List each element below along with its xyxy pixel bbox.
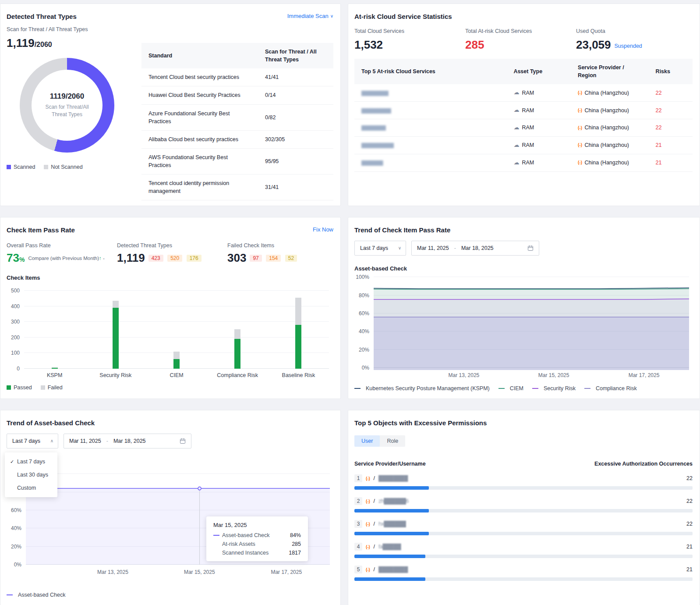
line-y-axis: 0%20%40%60%80%100% — [356, 277, 374, 368]
redacted-username[interactable]: ████████ — [378, 475, 408, 481]
suspended-link[interactable]: Suspended — [615, 43, 642, 50]
occurrence-bar-fill — [354, 532, 429, 535]
provider-icon: (-) — [578, 89, 582, 96]
range-separator: - — [454, 245, 456, 251]
y-tick-label: 0% — [362, 365, 369, 371]
x-tick-label: Mar 15, 2025 — [538, 372, 569, 378]
panel-title: Top 5 Objects with Excessive Permissions — [354, 419, 487, 427]
tooltip-date: Mar 15, 2025 — [213, 522, 301, 528]
legend-item: Compliance Risk — [584, 385, 637, 391]
bar-segment-passed — [234, 339, 240, 369]
y-tick-label: 100 — [11, 350, 20, 356]
occurrence-bar — [354, 532, 693, 535]
bar-segment-passed — [52, 368, 58, 369]
date-range-preset-select[interactable]: Last 7 days ∨ — [354, 241, 406, 256]
col-provider-region: Service Provider / Region — [571, 59, 649, 84]
donut-center-value: 1119/2060 — [50, 92, 84, 101]
not-scanned-swatch-icon — [44, 165, 48, 169]
pass-rate-stats: Overall Pass Rate 73% Compare (with Prev… — [7, 242, 333, 265]
high-severity-badge: 423 — [148, 255, 163, 262]
table-row: Tencent cloud identity permission manage… — [141, 174, 333, 200]
redacted-username[interactable]: hx██████ — [378, 521, 406, 527]
date-from: Mar 11, 2025 — [417, 245, 449, 251]
redacted-service-name[interactable]: ████████████ — [361, 143, 393, 148]
bar-legend: PassedFailed — [7, 384, 333, 391]
tab-role[interactable]: Role — [380, 435, 405, 447]
cloud-icon: ☁ — [513, 106, 519, 114]
y-tick-label: 0% — [14, 562, 21, 568]
risk-count: 22 — [649, 119, 693, 136]
compare-previous-month: Compare (with Previous Month)↑ - — [28, 256, 105, 261]
date-range-preset-select-open[interactable]: Last 7 days ∧ — [7, 434, 58, 448]
date-range-picker[interactable]: Mar 11, 2025 - Mar 18, 2025 — [64, 434, 191, 448]
tooltip-row: Scanned Instances 1817 — [213, 550, 301, 556]
redacted-service-name[interactable]: ████████ — [361, 160, 383, 165]
panel-check-item-pass-rate: Check Item Pass Rate Fix Now Overall Pas… — [0, 217, 341, 399]
panel-title: At-risk Cloud Service Statistics — [354, 13, 452, 20]
bar-segment-failed — [113, 301, 119, 308]
bar-segment-failed — [295, 298, 301, 325]
redacted-username[interactable]: ████████ — [378, 566, 408, 573]
y-tick-label: 60% — [11, 507, 21, 513]
redacted-service-name[interactable]: ███████████ — [361, 108, 391, 113]
panel-at-risk-cloud-services: At-risk Cloud Service Statistics Total C… — [348, 4, 700, 206]
legend-item: Failed — [41, 384, 63, 391]
immediate-scan-link[interactable]: Immediate Scan ∨ — [287, 13, 333, 19]
col-asset-type: Asset Type — [506, 63, 571, 80]
dropdown-option-last-30-days[interactable]: Last 30 days — [5, 468, 57, 481]
next-page-icon[interactable]: › — [331, 206, 333, 206]
standards-table: Standard Scan for Threat / All Threat Ty… — [141, 43, 333, 206]
table-row: Tencent Cloud best security practices 41… — [141, 68, 333, 86]
provider-icon: (-) — [578, 142, 582, 149]
permission-row: 4 (-) / fa█████ 21 — [354, 543, 693, 558]
panel-title: Check Item Pass Rate — [7, 226, 75, 234]
provider-icon: (-) — [578, 125, 582, 132]
category-label: KSPM — [24, 372, 85, 378]
table-row: ███████████ ☁RAM (-)China (Hangzhou) 22 — [354, 102, 693, 119]
date-range-picker[interactable]: Mar 11, 2025 - Mar 18, 2025 — [411, 241, 539, 256]
chart-tooltip: Mar 15, 2025 Asset-based Check 84% At-ri… — [206, 516, 308, 561]
redacted-username[interactable]: fa█████ — [378, 544, 401, 550]
redacted-service-name[interactable]: █████████ — [361, 125, 385, 130]
category-label: CIEM — [146, 372, 207, 378]
cloud-icon: ☁ — [513, 141, 519, 149]
provider-icon: (-) — [366, 476, 370, 481]
panel-title: Trend of Check Item Pass Rate — [354, 226, 450, 234]
asset-trend-legend: Asset-based Check — [7, 592, 333, 598]
risk-count: 21 — [649, 137, 693, 153]
line-x-axis: Mar 13, 2025Mar 15, 2025Mar 17, 2025 — [374, 370, 689, 380]
fix-now-link[interactable]: Fix Now — [313, 226, 333, 233]
rank-badge: 4 — [354, 543, 362, 551]
occurrence-bar-fill — [354, 555, 425, 558]
y-tick-label: 300 — [11, 319, 20, 325]
dropdown-option-last-7-days[interactable]: ✓ Last 7 days — [5, 455, 57, 468]
col-risks: Risks — [649, 63, 693, 80]
cloud-icon: ☁ — [513, 159, 519, 167]
y-tick-label: 500 — [11, 288, 20, 294]
y-tick-label: 20% — [359, 347, 369, 353]
redacted-username[interactable]: zh██████6 — [378, 498, 409, 504]
bar-y-axis: 0100200300400500 — [7, 291, 24, 369]
low-severity-badge: 52 — [285, 255, 297, 262]
tooltip-row: At-risk Assets 285 — [213, 541, 301, 547]
dropdown-option-custom[interactable]: Custom — [5, 481, 57, 495]
occurrence-bar — [354, 577, 693, 581]
line-plot-area — [374, 277, 689, 368]
range-separator: - — [106, 438, 108, 444]
failed-check-items-stat: Failed Check Items 303 97 154 52 — [227, 242, 297, 265]
panel-title: Trend of Asset-based Check — [7, 419, 95, 427]
col-top5-services: Top 5 At-risk Cloud Services — [354, 63, 506, 80]
table-row: ████████ ☁RAM (-)China (Hangzhou) 21 — [354, 154, 693, 172]
redacted-service-name[interactable]: ██████████ — [361, 91, 388, 96]
table-row: Alibaba Cloud best security practices 30… — [141, 131, 333, 149]
prev-page-icon[interactable]: ‹ — [309, 206, 311, 206]
bar-group — [207, 291, 268, 369]
date-from: Mar 11, 2025 — [69, 438, 101, 444]
y-tick-label: 0 — [17, 366, 20, 372]
line-swatch-icon — [354, 388, 361, 389]
category-label: Security Risk — [85, 372, 146, 378]
slash-separator: / — [374, 521, 375, 527]
occurrence-count: 22 — [686, 475, 693, 481]
tab-user[interactable]: User — [354, 435, 380, 447]
table-header-row: Top 5 At-risk Cloud Services Asset Type … — [354, 59, 693, 84]
